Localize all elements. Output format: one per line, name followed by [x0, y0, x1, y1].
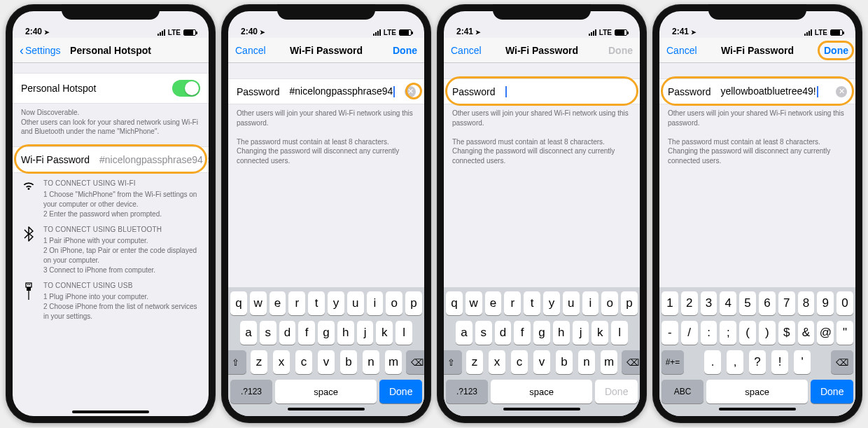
numbers-key[interactable]: .?123 [230, 380, 272, 403]
key-y[interactable]: y [543, 291, 560, 315]
key-'[interactable]: ' [794, 350, 811, 374]
key-q[interactable]: q [446, 291, 463, 315]
key-6[interactable]: 6 [759, 291, 776, 315]
key-;[interactable]: ; [720, 321, 736, 345]
key-b[interactable]: b [556, 350, 573, 374]
space-key[interactable]: space [706, 380, 808, 403]
key-e[interactable]: e [485, 291, 502, 315]
key-q[interactable]: q [230, 291, 247, 315]
key-w[interactable]: w [250, 291, 267, 315]
key-n[interactable]: n [363, 350, 379, 374]
key-h[interactable]: h [337, 321, 354, 345]
backspace-key[interactable]: ⌫ [831, 350, 853, 374]
key-g[interactable]: g [533, 321, 550, 345]
keyboard-done-key[interactable]: Done [811, 380, 853, 403]
backspace-key[interactable]: ⌫ [406, 350, 424, 374]
key-p[interactable]: p [621, 291, 638, 315]
key-e[interactable]: e [270, 291, 286, 315]
key-o[interactable]: o [386, 291, 402, 315]
home-indicator[interactable] [72, 410, 149, 413]
key-,[interactable]: , [727, 350, 743, 374]
keyboard[interactable]: qwertyuiop asdfghjkl ⇧ zxcvbnm ⌫ .?123 s… [228, 287, 424, 416]
key-d[interactable]: d [495, 321, 512, 345]
key-8[interactable]: 8 [798, 291, 815, 315]
key-f[interactable]: f [298, 321, 315, 345]
key-a[interactable]: a [456, 321, 472, 345]
key-j[interactable]: j [357, 321, 374, 345]
key-m[interactable]: m [601, 350, 617, 374]
key-g[interactable]: g [318, 321, 335, 345]
key-?[interactable]: ? [749, 350, 766, 374]
key-c[interactable]: c [295, 350, 312, 374]
key-t[interactable]: t [524, 291, 540, 315]
home-indicator[interactable] [288, 408, 365, 410]
backspace-key[interactable]: ⌫ [622, 350, 640, 374]
key-l[interactable]: l [611, 321, 628, 345]
key-i[interactable]: i [367, 291, 384, 315]
key-u[interactable]: u [563, 291, 580, 315]
abc-key[interactable]: ABC [662, 380, 704, 403]
key-0[interactable]: 0 [836, 291, 853, 315]
key-:[interactable]: : [701, 321, 718, 345]
home-indicator[interactable] [503, 408, 580, 410]
key-/[interactable]: / [681, 321, 698, 345]
back-button[interactable]: ‹Settings [20, 38, 61, 62]
hotspot-toggle-row[interactable]: Personal Hotspot [13, 73, 209, 104]
key-k[interactable]: k [376, 321, 393, 345]
key-y[interactable]: y [328, 291, 344, 315]
key-p[interactable]: p [405, 291, 422, 315]
password-input[interactable]: #nicelongpassphrase94 [279, 85, 405, 97]
key-3[interactable]: 3 [701, 291, 718, 315]
wifi-password-row[interactable]: Wi-Fi Password #nicelongpassphrase94 › [13, 146, 209, 173]
key-r[interactable]: r [288, 291, 305, 315]
key-x[interactable]: x [273, 350, 290, 374]
key-h[interactable]: h [553, 321, 570, 345]
key-&[interactable]: & [798, 321, 815, 345]
key-s[interactable]: s [260, 321, 276, 345]
key-9[interactable]: 9 [817, 291, 834, 315]
key-j[interactable]: j [573, 321, 589, 345]
key-x[interactable]: x [489, 350, 505, 374]
password-input[interactable] [495, 85, 631, 97]
clear-icon[interactable]: ✕ [405, 86, 416, 97]
key-v[interactable]: v [318, 350, 335, 374]
password-input-row[interactable]: Password #nicelongpassphrase94 ✕ [228, 78, 424, 104]
password-input[interactable]: yellowboatbluetree49! [710, 85, 836, 97]
key-m[interactable]: m [385, 350, 402, 374]
clear-icon[interactable]: ✕ [836, 86, 847, 97]
cancel-button[interactable]: Cancel [235, 38, 266, 62]
password-input-row[interactable]: Password [444, 78, 640, 104]
symbols-key[interactable]: #+= [662, 350, 684, 374]
key-![interactable]: ! [771, 350, 788, 374]
key-@[interactable]: @ [817, 321, 834, 345]
done-button[interactable]: Done [824, 38, 848, 62]
keyboard[interactable]: qwertyuiop asdfghjkl ⇧ zxcvbnm ⌫ .?123 s… [444, 287, 640, 416]
key-([interactable]: ( [739, 321, 756, 345]
cancel-button[interactable]: Cancel [451, 38, 482, 62]
toggle-switch[interactable] [172, 80, 200, 97]
key-2[interactable]: 2 [681, 291, 698, 315]
key-b[interactable]: b [340, 350, 357, 374]
key-.[interactable]: . [704, 350, 721, 374]
key-)[interactable]: ) [759, 321, 776, 345]
keyboard[interactable]: 1234567890 -/:;()$&@" #+= .,?!' ⌫ ABC sp… [659, 287, 855, 416]
shift-key[interactable]: ⇧ [228, 350, 246, 374]
key--[interactable]: - [662, 321, 678, 345]
key-$[interactable]: $ [778, 321, 795, 345]
key-"[interactable]: " [836, 321, 853, 345]
space-key[interactable]: space [491, 380, 592, 403]
key-d[interactable]: d [279, 321, 296, 345]
done-button[interactable]: Done [393, 38, 417, 62]
key-1[interactable]: 1 [662, 291, 678, 315]
key-5[interactable]: 5 [739, 291, 756, 315]
space-key[interactable]: space [275, 380, 377, 403]
key-l[interactable]: l [396, 321, 412, 345]
key-u[interactable]: u [347, 291, 364, 315]
cancel-button[interactable]: Cancel [666, 38, 697, 62]
numbers-key[interactable]: .?123 [446, 380, 488, 403]
shift-key[interactable]: ⇧ [444, 350, 462, 374]
key-w[interactable]: w [465, 291, 482, 315]
key-s[interactable]: s [475, 321, 492, 345]
key-z[interactable]: z [466, 350, 483, 374]
key-f[interactable]: f [514, 321, 531, 345]
